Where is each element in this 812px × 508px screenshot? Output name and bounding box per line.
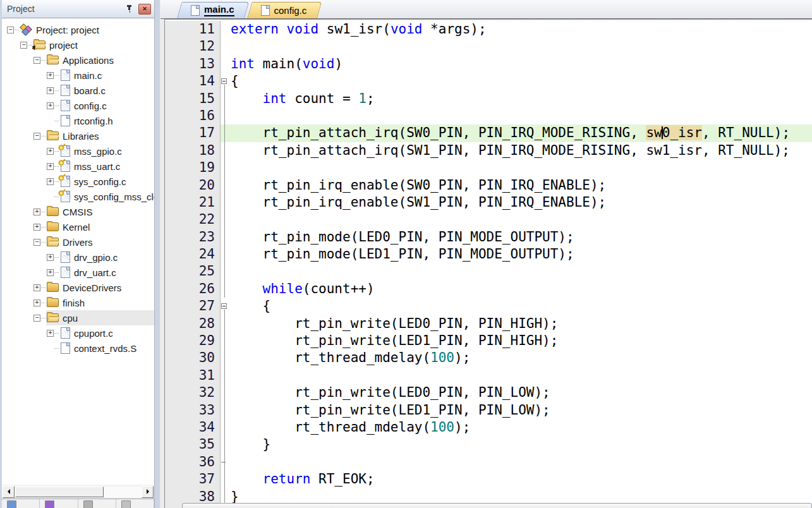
- code-text[interactable]: {: [229, 73, 812, 90]
- code-text[interactable]: rt_pin_mode(LED1_PIN, PIN_MODE_OUTPUT);: [229, 246, 812, 263]
- tree-item-body[interactable]: DeviceDrivers: [46, 280, 154, 295]
- scrollbar-track[interactable]: [15, 487, 142, 497]
- tree-item-drv-uart-c[interactable]: +drv_uart.c: [2, 265, 154, 280]
- tree-item-body[interactable]: mss_uart.c: [59, 159, 154, 174]
- tree-item-body[interactable]: ✱project: [33, 37, 154, 52]
- tree-item-body[interactable]: mss_gpio.c: [59, 143, 154, 159]
- tree-item-cpu[interactable]: −cpu: [2, 310, 154, 325]
- tree-item-mss-gpio-c[interactable]: +mss_gpio.c: [2, 143, 154, 159]
- tab-config-c[interactable]: config.c: [247, 2, 317, 18]
- tree-item-project-project[interactable]: −Project: project: [2, 22, 154, 37]
- docked-pane-edge[interactable]: [182, 503, 812, 508]
- code-text[interactable]: [229, 107, 812, 124]
- tree-item-rtconfig-h[interactable]: rtconfig.h: [2, 113, 154, 128]
- templates-view-tab[interactable]: [116, 499, 154, 508]
- code-text[interactable]: int count = 1;: [229, 90, 812, 107]
- tree-expander[interactable]: +: [47, 87, 54, 94]
- code-text[interactable]: rt_pin_write(LED1_PIN, PIN_LOW);: [229, 402, 812, 419]
- tree-item-body[interactable]: main.c: [59, 68, 154, 83]
- tree-item-body[interactable]: sys_config_mss_clc: [59, 189, 154, 204]
- tree-item-cmsis[interactable]: +CMSIS: [2, 204, 154, 219]
- books-view-tab[interactable]: [40, 499, 78, 508]
- code-text[interactable]: rt_pin_irq_enable(SW1_PIN, PIN_IRQ_ENABL…: [229, 194, 812, 211]
- code-view[interactable]: 11extern void sw1_isr(void *args);1213in…: [164, 19, 812, 508]
- code-text[interactable]: [229, 454, 812, 471]
- tree-item-sys-config-c[interactable]: +sys_config.c: [2, 174, 154, 189]
- code-text[interactable]: rt_pin_write(LED1_PIN, PIN_HIGH);: [229, 332, 812, 349]
- tree-expander[interactable]: +: [47, 178, 54, 185]
- code-text[interactable]: [229, 38, 812, 55]
- fold-collapse-icon[interactable]: [221, 73, 229, 90]
- tree-item-drv-gpio-c[interactable]: +drv_gpio.c: [2, 250, 154, 265]
- tree-expander[interactable]: +: [47, 269, 54, 276]
- tree-item-libraries[interactable]: −Libraries: [2, 128, 154, 143]
- tree-expander[interactable]: +: [33, 284, 40, 291]
- tab-main-c[interactable]: main.c: [177, 2, 245, 18]
- tree-item-body[interactable]: Project: project: [20, 22, 154, 37]
- code-text[interactable]: extern void sw1_isr(void *args);: [229, 21, 812, 38]
- tree-expander[interactable]: +: [33, 299, 40, 306]
- tree-item-applications[interactable]: −Applications: [2, 52, 154, 68]
- tree-item-main-c[interactable]: +main.c: [2, 68, 154, 83]
- code-text[interactable]: rt_pin_write(LED0_PIN, PIN_HIGH);: [229, 315, 812, 332]
- tree-expander[interactable]: −: [33, 315, 40, 322]
- scroll-right-button[interactable]: [142, 486, 154, 498]
- code-text[interactable]: {: [229, 298, 812, 315]
- scrollbar-thumb[interactable]: [15, 487, 104, 497]
- tree-item-body[interactable]: Drivers: [46, 234, 154, 250]
- tree-item-config-c[interactable]: +config.c: [2, 98, 154, 113]
- tree-expander[interactable]: −: [20, 42, 27, 49]
- tree-item-drivers[interactable]: −Drivers: [2, 234, 154, 250]
- pin-icon[interactable]: [124, 4, 135, 14]
- code-text[interactable]: rt_pin_mode(LED0_PIN, PIN_MODE_OUTPUT);: [229, 229, 812, 246]
- tree-expander[interactable]: +: [33, 224, 40, 231]
- code-text[interactable]: [229, 159, 812, 176]
- code-text[interactable]: [229, 367, 812, 384]
- code-text[interactable]: rt_pin_irq_enable(SW0_PIN, PIN_IRQ_ENABL…: [229, 177, 812, 194]
- code-text[interactable]: rt_thread_mdelay(100);: [229, 419, 812, 436]
- tree-item-devicedrivers[interactable]: +DeviceDrivers: [2, 280, 154, 295]
- code-text[interactable]: rt_pin_attach_irq(SW0_PIN, PIN_IRQ_MODE_…: [229, 124, 812, 142]
- close-icon[interactable]: [138, 4, 151, 15]
- tree-item-kernel[interactable]: +Kernel: [2, 219, 154, 234]
- tree-item-body[interactable]: drv_gpio.c: [59, 250, 154, 265]
- code-text[interactable]: rt_pin_attach_irq(SW1_PIN, PIN_IRQ_MODE_…: [229, 142, 812, 159]
- tree-item-body[interactable]: CMSIS: [46, 204, 154, 219]
- tree-item-mss-uart-c[interactable]: +mss_uart.c: [2, 159, 154, 174]
- code-text[interactable]: rt_thread_mdelay(100);: [229, 349, 812, 366]
- tree-item-finish[interactable]: +finish: [2, 295, 154, 310]
- tree-item-body[interactable]: config.c: [59, 98, 154, 113]
- code-text[interactable]: while(count++): [229, 281, 812, 298]
- tree-expander[interactable]: +: [47, 72, 54, 79]
- tree-expander[interactable]: +: [47, 330, 54, 337]
- tree-expander[interactable]: −: [33, 133, 40, 140]
- tree-expander[interactable]: −: [33, 57, 40, 64]
- fold-collapse-icon[interactable]: [221, 298, 229, 315]
- tree-item-body[interactable]: sys_config.c: [59, 174, 154, 189]
- code-text[interactable]: [229, 263, 812, 280]
- tree-expander[interactable]: −: [7, 27, 14, 33]
- tree-item-board-c[interactable]: +board.c: [2, 83, 154, 98]
- tree-item-sys-config-mss-clc[interactable]: sys_config_mss_clc: [2, 189, 154, 204]
- tree-item-project[interactable]: −✱project: [2, 37, 154, 52]
- tree-item-body[interactable]: Applications: [46, 52, 154, 68]
- tree-expander[interactable]: +: [47, 254, 54, 261]
- tree-item-body[interactable]: context_rvds.S: [59, 341, 154, 356]
- code-text[interactable]: }: [229, 436, 812, 453]
- panel-splitter[interactable]: [154, 0, 161, 508]
- code-text[interactable]: int main(void): [229, 56, 812, 73]
- tree-expander[interactable]: +: [47, 102, 54, 109]
- tree-item-body[interactable]: board.c: [59, 83, 154, 98]
- tree-item-body[interactable]: finish: [46, 295, 154, 310]
- code-text[interactable]: return RT_EOK;: [229, 471, 812, 488]
- functions-view-tab[interactable]: [78, 499, 116, 508]
- tree-item-cpuport-c[interactable]: +cpuport.c: [2, 325, 154, 341]
- project-view-tab[interactable]: [2, 499, 40, 508]
- code-text[interactable]: rt_pin_write(LED0_PIN, PIN_LOW);: [229, 384, 812, 401]
- tree-item-body[interactable]: cpuport.c: [59, 325, 154, 341]
- tree-item-body[interactable]: rtconfig.h: [59, 113, 154, 128]
- tree-expander[interactable]: +: [33, 209, 40, 215]
- tree-expander[interactable]: +: [47, 163, 54, 170]
- tree-item-body[interactable]: drv_uart.c: [59, 265, 154, 280]
- tree-expander[interactable]: −: [33, 239, 40, 246]
